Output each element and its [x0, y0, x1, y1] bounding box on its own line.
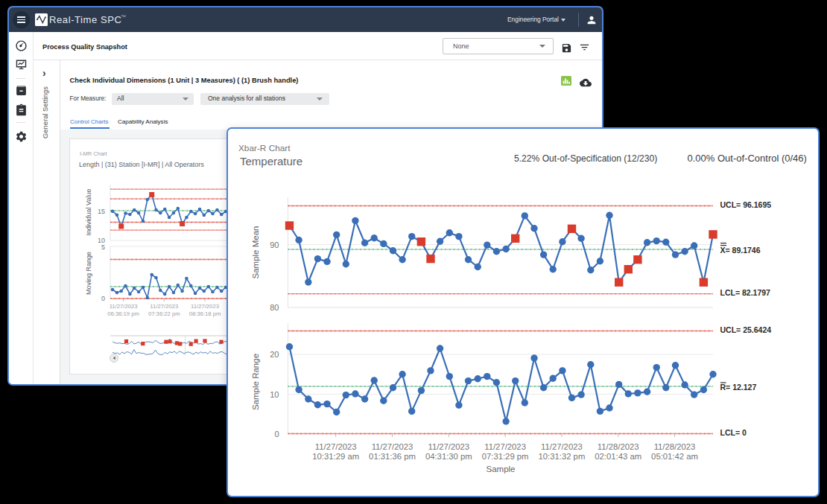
svg-text:10: 10	[270, 390, 279, 399]
svg-text:Length | (31) Station [I-MR] |: Length | (31) Station [I-MR] | All Opera…	[79, 161, 204, 168]
svg-text:11/27/2023: 11/27/2023	[110, 303, 138, 310]
svg-text:08:36:18 pm: 08:36:18 pm	[189, 310, 221, 317]
svg-text:11/27/2023: 11/27/2023	[541, 442, 583, 451]
svg-text:Sample Range: Sample Range	[251, 354, 260, 410]
svg-text:Individual Value: Individual Value	[85, 189, 92, 236]
svg-text:11/27/2023: 11/27/2023	[315, 442, 357, 451]
svg-text:11/28/2023: 11/28/2023	[598, 442, 639, 451]
svg-text:07:31:29 pm: 07:31:29 pm	[482, 452, 529, 461]
svg-text:10:31:29 am: 10:31:29 am	[312, 452, 359, 461]
svg-text:15: 15	[98, 208, 105, 215]
svg-text:5: 5	[101, 243, 105, 251]
svg-text:LCL= 82.1797: LCL= 82.1797	[720, 288, 771, 297]
svg-text:05:01:42 am: 05:01:42 am	[651, 452, 698, 461]
svg-text:UCL= 25.6424: UCL= 25.6424	[720, 325, 772, 334]
svg-text:06:36:19 pm: 06:36:19 pm	[107, 310, 139, 317]
svg-text:20: 20	[270, 350, 279, 359]
svg-text:UCL= 96.1695: UCL= 96.1695	[720, 200, 772, 209]
svg-text:11/27/2023: 11/27/2023	[150, 303, 178, 310]
svg-text:Sample: Sample	[487, 465, 516, 473]
svg-text:R= 12.127: R= 12.127	[720, 383, 757, 392]
svg-text:01:31:36 pm: 01:31:36 pm	[369, 452, 416, 461]
svg-text:0: 0	[101, 295, 105, 302]
svg-text:LCL= 0: LCL= 0	[720, 428, 747, 437]
svg-text:Moving Range: Moving Range	[85, 252, 92, 295]
svg-text:11/27/2023: 11/27/2023	[484, 442, 526, 451]
svg-text:10:31:32 pm: 10:31:32 pm	[538, 452, 585, 461]
svg-text:90: 90	[270, 240, 279, 249]
svg-text:07:36:22 pm: 07:36:22 pm	[148, 310, 180, 317]
svg-text:04:31:30 pm: 04:31:30 pm	[425, 452, 472, 461]
svg-text:80: 80	[270, 303, 279, 312]
svg-text:0: 0	[274, 430, 279, 438]
svg-text:02:01:43 am: 02:01:43 am	[595, 452, 641, 461]
svg-text:I-MR Chart: I-MR Chart	[80, 150, 108, 157]
svg-text:11/28/2023: 11/28/2023	[654, 442, 696, 451]
svg-text:Sample Mean: Sample Mean	[251, 226, 260, 279]
svg-text:General Settings: General Settings	[41, 86, 49, 138]
svg-text:11/27/2023: 11/27/2023	[191, 303, 219, 310]
svg-text:11/27/2023: 11/27/2023	[428, 442, 469, 451]
svg-text:X= 89.1746: X= 89.1746	[720, 246, 761, 255]
svg-text:11/27/2023: 11/27/2023	[372, 442, 414, 451]
